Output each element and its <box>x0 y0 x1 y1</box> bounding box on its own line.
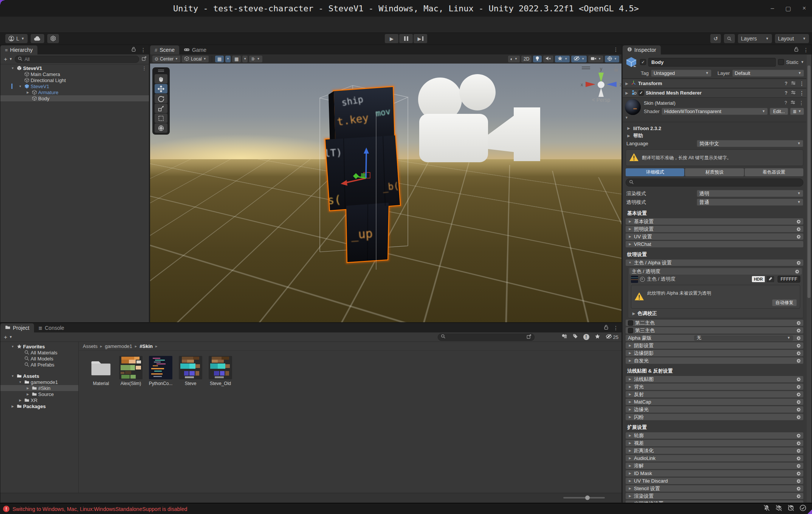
visibility-dropdown[interactable]: ▼ <box>571 56 587 62</box>
2d-toggle[interactable]: 2D <box>521 56 532 62</box>
property-dropdown[interactable]: 普通▼ <box>697 199 803 206</box>
label-icon[interactable] <box>573 334 578 340</box>
material-preview-sphere[interactable] <box>625 99 641 115</box>
static-options[interactable]: ▼ <box>801 61 804 64</box>
tab-project[interactable]: Project <box>0 323 34 332</box>
projection-mode-label[interactable]: < Persp <box>576 97 621 103</box>
progress-ok-icon[interactable] <box>799 504 807 512</box>
services-button[interactable] <box>47 34 59 43</box>
gear-icon[interactable] <box>797 464 801 468</box>
search-window-icon[interactable] <box>526 334 532 340</box>
gear-icon[interactable] <box>797 479 801 483</box>
project-tree-item[interactable]: All Prefabs <box>0 362 78 368</box>
liltoon-row[interactable]: ▶闪粉 <box>626 414 803 420</box>
search-button[interactable] <box>724 34 735 43</box>
color-hex-field[interactable]: FFFFFF <box>778 276 800 283</box>
orientation-gizmo[interactable]: y x z <box>576 64 621 102</box>
liltoon-row[interactable]: ▶UV 设置 <box>626 233 803 240</box>
mute-notifications-icon[interactable] <box>763 504 770 512</box>
preset-icon[interactable] <box>791 81 796 86</box>
draw-mode-dropdown[interactable]: ◐▼ <box>508 56 520 62</box>
camera-settings-dropdown[interactable]: ▼ <box>588 56 603 62</box>
liltoon-row[interactable]: ▶AudioLink <box>626 455 803 461</box>
filter-type-icon[interactable] <box>561 334 567 340</box>
gear-icon[interactable] <box>797 456 801 461</box>
camera-gizmo[interactable] <box>400 71 551 177</box>
mode-tab[interactable]: 着色器设置 <box>745 168 803 176</box>
tool-pivot-dropdown[interactable]: ⊙Center▼ <box>152 56 180 62</box>
hidden-count[interactable]: 25 <box>606 334 618 340</box>
foldout-arrow[interactable]: ▼ <box>10 345 15 348</box>
asset-item[interactable]: Alex(Slim) <box>118 356 143 386</box>
object-picker-icon[interactable] <box>640 277 645 282</box>
foldout-arrow[interactable]: ▶ <box>10 405 15 408</box>
liltoon-row[interactable]: ▶ID Mask <box>626 470 803 477</box>
grid-snap-options[interactable]: ▼ <box>225 56 231 62</box>
asset-item[interactable]: Steve_Old <box>208 356 233 386</box>
gear-icon[interactable] <box>797 433 801 438</box>
liltoon-row[interactable]: ▶基本设置 <box>626 218 803 225</box>
gear-icon[interactable] <box>797 219 801 224</box>
effects-dropdown[interactable]: ▼ <box>555 56 570 62</box>
maximize-button[interactable]: ▢ <box>786 5 791 12</box>
shader-edit-button[interactable]: Edit... <box>770 108 788 115</box>
project-tree-item[interactable]: All Materials <box>0 349 78 356</box>
foldout-arrow[interactable]: ▶ <box>25 387 30 390</box>
foldout-arrow[interactable]: ▼ <box>18 85 23 88</box>
language-dropdown[interactable]: 简体中文▼ <box>697 140 803 147</box>
liltoon-row[interactable]: ▶VRChat <box>626 241 803 247</box>
account-button[interactable]: L▼ <box>5 34 28 43</box>
auto-fix-button[interactable]: 自动修复 <box>772 299 797 306</box>
panel-menu-icon[interactable]: ⋮ <box>141 47 146 53</box>
gear-icon[interactable] <box>797 494 801 498</box>
liltoon-row[interactable]: ▶背光 <box>626 384 803 390</box>
collab-disabled-icon[interactable] <box>775 504 783 512</box>
foldout-arrow[interactable]: ▼ <box>10 67 15 70</box>
liltoon-row[interactable]: ▶反射 <box>626 391 803 398</box>
cloud-button[interactable] <box>31 34 44 43</box>
panel-menu-icon[interactable]: ⋮ <box>613 47 618 53</box>
pause-button[interactable] <box>399 34 413 43</box>
texture-thumbnail[interactable] <box>631 276 638 283</box>
help-icon[interactable]: ? <box>785 81 787 86</box>
toggle-checkbox[interactable] <box>628 320 633 326</box>
gear-icon[interactable] <box>797 471 801 476</box>
shader-dropdown[interactable]: Hidden/lilToonTransparent▼ <box>662 108 768 115</box>
audio-toggle[interactable] <box>543 56 553 62</box>
eyedropper-button[interactable] <box>767 276 774 282</box>
liltoon-row[interactable]: ▶边缘光 <box>626 406 803 413</box>
gizmos-dropdown[interactable]: ▼ <box>605 56 619 62</box>
hierarchy-item[interactable]: ▶ Armature ⋮ <box>0 89 149 95</box>
lock-icon[interactable] <box>614 67 618 71</box>
component-menu-icon[interactable]: ⋮ <box>799 90 804 96</box>
scale-tool-button[interactable] <box>155 104 167 113</box>
transform-tool-button[interactable] <box>155 123 167 133</box>
shader-list-button[interactable]: ≣▼ <box>790 108 804 115</box>
project-tree-item[interactable]: ▶ #Skin <box>0 385 78 391</box>
breadcrumb-item[interactable]: Assets▸ <box>83 343 102 349</box>
gear-icon[interactable] <box>797 377 801 382</box>
liltoon-row[interactable]: ▶溶解 <box>626 463 803 469</box>
project-tree-item[interactable]: ▶ Packages <box>0 403 78 409</box>
lighting-toggle[interactable] <box>533 56 542 62</box>
tab-scene[interactable]: #Scene <box>150 45 179 54</box>
inspector-scrollbar[interactable] <box>807 55 811 502</box>
minimize-button[interactable]: – <box>771 5 774 12</box>
gear-icon[interactable] <box>797 400 801 404</box>
component-menu-icon[interactable]: ⋮ <box>799 81 804 87</box>
create-asset-button[interactable]: ＋▼ <box>3 334 12 341</box>
liltoon-row[interactable]: ▶光照烘培设置 <box>626 500 803 503</box>
gear-icon[interactable] <box>797 486 801 491</box>
tab-game[interactable]: Game <box>179 45 211 54</box>
exclamation-icon[interactable]: ! <box>583 334 589 340</box>
hierarchy-item[interactable]: ▼ SteveV1 ⋮ <box>0 65 149 71</box>
project-search-input[interactable] <box>438 334 535 341</box>
help-icon[interactable]: ? <box>785 90 787 96</box>
hierarchy-search-input[interactable]: All <box>15 56 139 63</box>
gear-icon[interactable] <box>795 269 800 274</box>
liltoon-row[interactable]: ▶自发光 <box>626 357 803 364</box>
transform-component-header[interactable]: ▶ Transform ?⋮ <box>623 79 806 88</box>
gear-icon[interactable] <box>797 415 801 419</box>
gear-icon[interactable] <box>797 385 801 389</box>
liltoon-row[interactable]: 第二主色 <box>626 320 803 326</box>
